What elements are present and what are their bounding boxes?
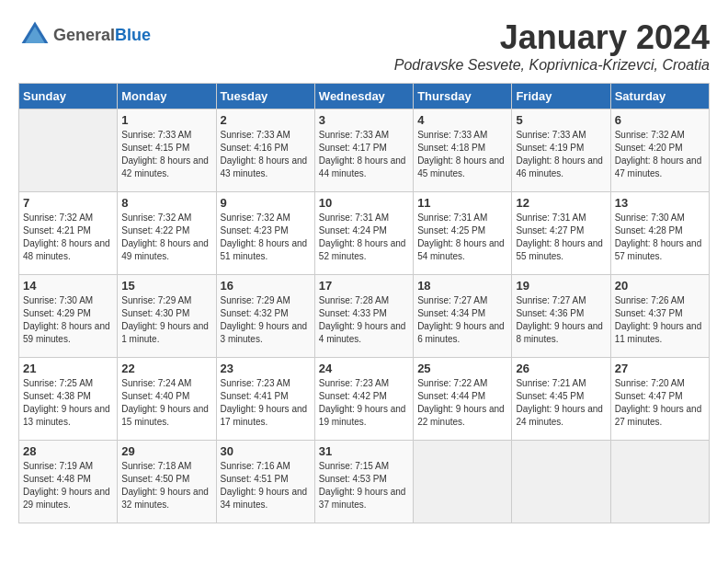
calendar-week-row: 7Sunrise: 7:32 AMSunset: 4:21 PMDaylight… xyxy=(19,192,710,275)
calendar-cell: 9Sunrise: 7:32 AMSunset: 4:23 PMDaylight… xyxy=(216,192,314,275)
day-info: Sunrise: 7:27 AMSunset: 4:36 PMDaylight:… xyxy=(516,294,606,346)
day-number: 28 xyxy=(23,444,113,458)
calendar-cell: 4Sunrise: 7:33 AMSunset: 4:18 PMDaylight… xyxy=(414,109,512,192)
day-info: Sunrise: 7:24 AMSunset: 4:40 PMDaylight:… xyxy=(121,377,211,429)
calendar-header-cell: Thursday xyxy=(414,84,512,109)
calendar-week-row: 28Sunrise: 7:19 AMSunset: 4:48 PMDayligh… xyxy=(19,441,710,523)
calendar-cell: 19Sunrise: 7:27 AMSunset: 4:36 PMDayligh… xyxy=(512,275,610,358)
day-number: 16 xyxy=(221,279,311,293)
day-number: 4 xyxy=(417,113,507,127)
day-info: Sunrise: 7:26 AMSunset: 4:37 PMDaylight:… xyxy=(615,294,705,346)
calendar-week-row: 14Sunrise: 7:30 AMSunset: 4:29 PMDayligh… xyxy=(19,275,710,358)
calendar-cell: 6Sunrise: 7:32 AMSunset: 4:20 PMDaylight… xyxy=(610,109,709,192)
day-number: 26 xyxy=(516,362,606,375)
day-info: Sunrise: 7:29 AMSunset: 4:30 PMDaylight:… xyxy=(121,294,211,346)
day-number: 7 xyxy=(23,196,113,210)
day-info: Sunrise: 7:32 AMSunset: 4:23 PMDaylight:… xyxy=(221,212,311,263)
calendar-header-cell: Tuesday xyxy=(216,84,314,109)
calendar-header-cell: Monday xyxy=(118,84,216,109)
day-number: 18 xyxy=(417,279,507,293)
day-info: Sunrise: 7:28 AMSunset: 4:33 PMDaylight:… xyxy=(319,294,409,346)
logo-icon xyxy=(18,18,51,52)
calendar-header-cell: Saturday xyxy=(610,84,709,109)
day-info: Sunrise: 7:29 AMSunset: 4:32 PMDaylight:… xyxy=(221,294,311,346)
day-number: 10 xyxy=(319,196,409,210)
calendar-cell xyxy=(19,109,118,192)
day-number: 2 xyxy=(221,113,311,127)
calendar-cell: 29Sunrise: 7:18 AMSunset: 4:50 PMDayligh… xyxy=(118,441,216,523)
day-info: Sunrise: 7:30 AMSunset: 4:28 PMDaylight:… xyxy=(615,212,705,263)
page-header: GeneralBlue January 2024 Podravske Sesve… xyxy=(18,18,710,74)
day-number: 14 xyxy=(23,279,113,293)
day-number: 12 xyxy=(516,196,606,210)
calendar-header-cell: Wednesday xyxy=(314,84,413,109)
calendar-table: SundayMondayTuesdayWednesdayThursdayFrid… xyxy=(18,83,710,523)
calendar-cell xyxy=(414,441,512,523)
calendar-cell: 27Sunrise: 7:20 AMSunset: 4:47 PMDayligh… xyxy=(610,358,709,441)
day-info: Sunrise: 7:25 AMSunset: 4:38 PMDaylight:… xyxy=(23,377,113,429)
calendar-header-cell: Sunday xyxy=(19,84,118,109)
calendar-week-row: 21Sunrise: 7:25 AMSunset: 4:38 PMDayligh… xyxy=(19,358,710,441)
day-info: Sunrise: 7:31 AMSunset: 4:27 PMDaylight:… xyxy=(516,212,606,263)
day-info: Sunrise: 7:32 AMSunset: 4:21 PMDaylight:… xyxy=(23,212,113,263)
calendar-cell: 31Sunrise: 7:15 AMSunset: 4:53 PMDayligh… xyxy=(314,441,413,523)
day-number: 30 xyxy=(221,444,311,458)
day-info: Sunrise: 7:33 AMSunset: 4:15 PMDaylight:… xyxy=(121,129,211,180)
calendar-cell: 8Sunrise: 7:32 AMSunset: 4:22 PMDaylight… xyxy=(118,192,216,275)
day-info: Sunrise: 7:33 AMSunset: 4:18 PMDaylight:… xyxy=(417,129,507,180)
calendar-cell: 15Sunrise: 7:29 AMSunset: 4:30 PMDayligh… xyxy=(118,275,216,358)
logo-text-general: General xyxy=(53,26,115,44)
day-number: 5 xyxy=(516,113,606,127)
day-info: Sunrise: 7:33 AMSunset: 4:19 PMDaylight:… xyxy=(516,129,606,180)
calendar-cell: 10Sunrise: 7:31 AMSunset: 4:24 PMDayligh… xyxy=(314,192,413,275)
day-number: 31 xyxy=(319,444,409,458)
day-number: 27 xyxy=(615,362,705,375)
day-number: 9 xyxy=(221,196,311,210)
day-info: Sunrise: 7:33 AMSunset: 4:16 PMDaylight:… xyxy=(221,129,311,180)
calendar-cell: 3Sunrise: 7:33 AMSunset: 4:17 PMDaylight… xyxy=(314,109,413,192)
calendar-cell: 21Sunrise: 7:25 AMSunset: 4:38 PMDayligh… xyxy=(19,358,118,441)
calendar-cell: 24Sunrise: 7:23 AMSunset: 4:42 PMDayligh… xyxy=(314,358,413,441)
day-number: 15 xyxy=(121,279,211,293)
day-info: Sunrise: 7:15 AMSunset: 4:53 PMDaylight:… xyxy=(319,460,409,511)
day-number: 3 xyxy=(319,113,409,127)
calendar-cell xyxy=(610,441,709,523)
calendar-cell: 26Sunrise: 7:21 AMSunset: 4:45 PMDayligh… xyxy=(512,358,610,441)
calendar-cell: 20Sunrise: 7:26 AMSunset: 4:37 PMDayligh… xyxy=(610,275,709,358)
day-number: 29 xyxy=(121,444,211,458)
day-info: Sunrise: 7:16 AMSunset: 4:51 PMDaylight:… xyxy=(221,460,311,511)
calendar-cell: 7Sunrise: 7:32 AMSunset: 4:21 PMDaylight… xyxy=(19,192,118,275)
day-number: 23 xyxy=(221,362,311,375)
calendar-header-cell: Friday xyxy=(512,84,610,109)
day-number: 13 xyxy=(615,196,705,210)
day-info: Sunrise: 7:18 AMSunset: 4:50 PMDaylight:… xyxy=(121,460,211,511)
month-title: January 2024 xyxy=(394,18,710,57)
location-title: Podravske Sesvete, Koprivnica-Krizevci, … xyxy=(394,57,710,74)
calendar-body: 1Sunrise: 7:33 AMSunset: 4:15 PMDaylight… xyxy=(19,109,710,523)
day-number: 17 xyxy=(319,279,409,293)
day-info: Sunrise: 7:32 AMSunset: 4:22 PMDaylight:… xyxy=(121,212,211,263)
day-info: Sunrise: 7:20 AMSunset: 4:47 PMDaylight:… xyxy=(615,377,705,429)
day-info: Sunrise: 7:19 AMSunset: 4:48 PMDaylight:… xyxy=(23,460,113,511)
calendar-cell: 11Sunrise: 7:31 AMSunset: 4:25 PMDayligh… xyxy=(414,192,512,275)
day-number: 11 xyxy=(417,196,507,210)
calendar-week-row: 1Sunrise: 7:33 AMSunset: 4:15 PMDaylight… xyxy=(19,109,710,192)
calendar-cell: 1Sunrise: 7:33 AMSunset: 4:15 PMDaylight… xyxy=(118,109,216,192)
logo-text-blue: Blue xyxy=(115,26,151,44)
day-info: Sunrise: 7:23 AMSunset: 4:42 PMDaylight:… xyxy=(319,377,409,429)
day-number: 1 xyxy=(121,113,211,127)
calendar-cell: 28Sunrise: 7:19 AMSunset: 4:48 PMDayligh… xyxy=(19,441,118,523)
title-block: January 2024 Podravske Sesvete, Koprivni… xyxy=(394,18,710,74)
calendar-cell: 2Sunrise: 7:33 AMSunset: 4:16 PMDaylight… xyxy=(216,109,314,192)
calendar-cell: 12Sunrise: 7:31 AMSunset: 4:27 PMDayligh… xyxy=(512,192,610,275)
calendar-header-row: SundayMondayTuesdayWednesdayThursdayFrid… xyxy=(19,84,710,109)
calendar-cell: 17Sunrise: 7:28 AMSunset: 4:33 PMDayligh… xyxy=(314,275,413,358)
day-info: Sunrise: 7:32 AMSunset: 4:20 PMDaylight:… xyxy=(615,129,705,180)
calendar-cell: 14Sunrise: 7:30 AMSunset: 4:29 PMDayligh… xyxy=(19,275,118,358)
day-info: Sunrise: 7:31 AMSunset: 4:24 PMDaylight:… xyxy=(319,212,409,263)
day-number: 22 xyxy=(121,362,211,375)
day-info: Sunrise: 7:33 AMSunset: 4:17 PMDaylight:… xyxy=(319,129,409,180)
day-number: 19 xyxy=(516,279,606,293)
day-info: Sunrise: 7:27 AMSunset: 4:34 PMDaylight:… xyxy=(417,294,507,346)
day-info: Sunrise: 7:23 AMSunset: 4:41 PMDaylight:… xyxy=(221,377,311,429)
